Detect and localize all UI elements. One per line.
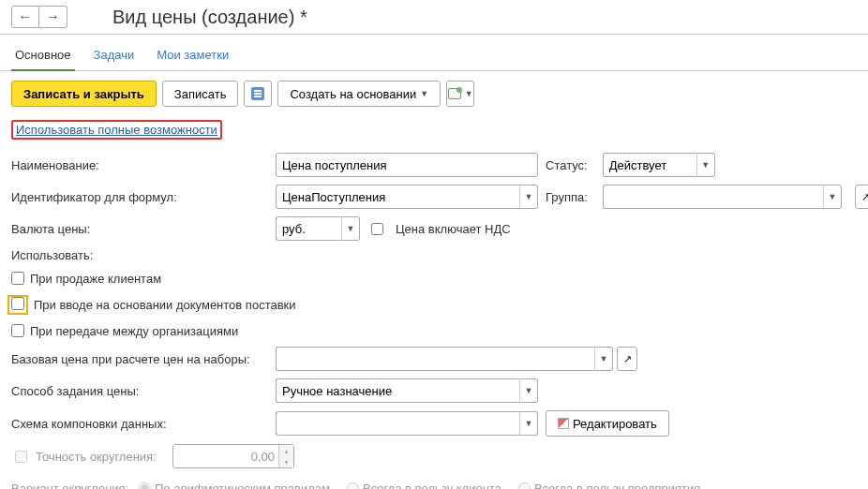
edit-label: Редактировать (573, 417, 657, 431)
layout-schema-dropdown-button[interactable]: ▼ (519, 411, 538, 436)
rounding-arith-radio (139, 482, 151, 490)
use-transfer-label: При передаче между организациями (30, 324, 238, 338)
base-price-label: Базовая цена при расчете цен на наборы: (11, 352, 276, 366)
create-based-button[interactable]: Создать на основании ▼ (277, 81, 441, 107)
precision-label: Точность округления: (36, 450, 167, 464)
rounding-client-label: Всегда в пользу клиента (363, 482, 501, 490)
nav-back-button[interactable]: ← (11, 6, 39, 28)
identifier-label: Идентификатор для формул: (11, 190, 276, 204)
currency-label: Валюта цены: (11, 222, 276, 236)
base-price-select[interactable] (276, 347, 594, 371)
precision-down-button: ▼ (278, 456, 293, 467)
create-based-label: Создать на основании (290, 87, 416, 101)
full-options-link[interactable]: Использовать полные возможности (11, 120, 222, 140)
layout-schema-label: Схема компоновки данных: (11, 417, 276, 431)
base-price-dropdown-button[interactable]: ▼ (594, 347, 613, 371)
precision-input (172, 444, 294, 468)
edit-icon (558, 418, 569, 429)
list-button[interactable] (244, 81, 272, 107)
vat-label: Цена включает НДС (396, 222, 511, 236)
vat-checkbox[interactable] (371, 223, 383, 235)
use-supply-checkbox[interactable] (11, 297, 24, 310)
identifier-dropdown-button[interactable]: ▼ (519, 185, 538, 209)
rounding-company-label: Всегда в пользу предприятия (534, 482, 700, 490)
currency-select[interactable] (276, 216, 341, 241)
status-dropdown-button[interactable]: ▼ (696, 153, 715, 177)
price-method-dropdown-button[interactable]: ▼ (519, 378, 538, 403)
rounding-arith-label: По арифметическим правилам (155, 482, 330, 490)
tab-notes[interactable]: Мои заметки (153, 40, 232, 70)
attachment-icon (448, 88, 461, 99)
group-open-button[interactable]: ↗ (855, 185, 868, 209)
currency-dropdown-button[interactable]: ▼ (341, 216, 360, 241)
rounding-client-radio (347, 482, 359, 490)
attachments-button[interactable]: ▼ (446, 81, 474, 107)
price-method-label: Способ задания цены: (11, 384, 276, 398)
base-price-open-button[interactable]: ↗ (617, 347, 637, 371)
group-select[interactable] (603, 185, 823, 209)
use-supply-label: При вводе на основании документов постав… (34, 298, 296, 312)
precision-up-button: ▲ (278, 445, 293, 456)
chevron-down-icon: ▼ (465, 89, 473, 98)
use-sale-label: При продаже клиентам (30, 272, 161, 286)
tab-tasks[interactable]: Задачи (90, 40, 139, 70)
tab-main[interactable]: Основное (11, 40, 75, 71)
identifier-input[interactable] (276, 185, 519, 209)
use-sale-checkbox[interactable] (11, 272, 24, 285)
price-method-select[interactable] (276, 378, 519, 403)
save-close-button[interactable]: Записать и закрыть (11, 81, 157, 107)
group-dropdown-button[interactable]: ▼ (823, 185, 842, 209)
rounding-variant-label: Вариант округления: (11, 482, 133, 490)
use-section-label: Использовать: (11, 248, 857, 262)
list-icon (251, 87, 264, 100)
chevron-down-icon: ▼ (420, 89, 428, 98)
edit-button[interactable]: Редактировать (546, 410, 669, 437)
name-label: Наименование: (11, 158, 276, 172)
name-input[interactable] (276, 153, 538, 177)
use-transfer-checkbox[interactable] (11, 324, 24, 337)
rounding-company-radio (518, 482, 531, 490)
group-label: Группа: (546, 190, 588, 204)
precision-checkbox (15, 451, 27, 463)
layout-schema-select[interactable] (276, 411, 519, 436)
nav-forward-button[interactable]: → (39, 6, 67, 28)
status-label: Статус: (546, 158, 588, 172)
status-select[interactable] (603, 153, 696, 177)
save-button[interactable]: Записать (162, 81, 239, 107)
page-title: Вид цены (создание) * (112, 7, 307, 28)
